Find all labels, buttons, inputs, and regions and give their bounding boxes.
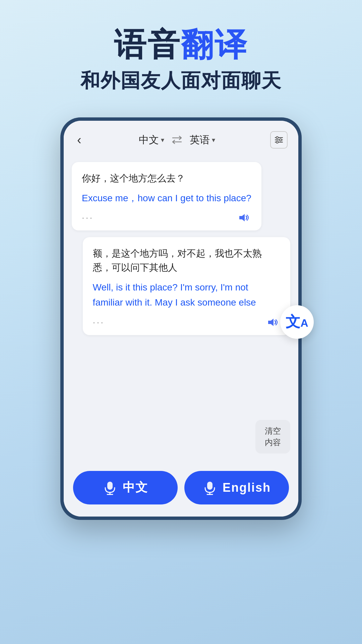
- lang-to-label: 英语: [190, 133, 210, 147]
- svg-rect-8: [107, 482, 113, 490]
- clear-line2: 内容: [265, 437, 281, 448]
- svg-point-5: [276, 141, 278, 143]
- msg-original-1: 你好，这个地方怎么去？: [82, 171, 251, 185]
- lang-from-button[interactable]: 中文 ▾: [139, 133, 164, 147]
- page-wrapper: 语音翻译 和外国友人面对面聊天 文A ‹ 中文 ▾: [0, 0, 362, 644]
- clear-line1: 清空: [265, 425, 281, 437]
- svg-rect-11: [207, 482, 213, 490]
- msg-translated-2: Well, is it this place? I'm sorry, I'm n…: [93, 280, 280, 310]
- mic-bar: 中文 English: [64, 464, 298, 517]
- headline-subtitle: 和外国友人面对面聊天: [80, 68, 282, 94]
- svg-marker-7: [268, 319, 274, 326]
- swap-icon[interactable]: [170, 132, 184, 147]
- headline-main: 语音翻译: [80, 27, 282, 62]
- clear-button[interactable]: 清空 内容: [255, 420, 290, 453]
- mic-english-button[interactable]: English: [184, 471, 289, 504]
- bubble-footer-1: ···: [82, 212, 251, 224]
- settings-button[interactable]: [270, 131, 288, 149]
- phone-mockup: 文A ‹ 中文 ▾: [60, 117, 302, 520]
- lang-from-arrow: ▾: [161, 136, 164, 144]
- svg-marker-6: [239, 214, 245, 221]
- svg-point-4: [280, 139, 282, 141]
- back-button[interactable]: ‹: [74, 130, 84, 150]
- headline-part2: 翻译: [181, 26, 248, 62]
- msg-translated-1: Excuse me，how can I get to this place?: [82, 191, 251, 206]
- message-bubble-2: 额，是这个地方吗，对不起，我也不太熟悉，可以问下其他人 Well, is it …: [83, 237, 290, 335]
- msg-original-2: 额，是这个地方吗，对不起，我也不太熟悉，可以问下其他人: [93, 247, 280, 275]
- phone-screen: ‹ 中文 ▾ 英语 ▾: [64, 121, 298, 517]
- mic-chinese-label: 中文: [123, 479, 148, 496]
- float-icon-text: 文A: [286, 312, 308, 332]
- lang-to-arrow: ▾: [212, 136, 215, 144]
- headline: 语音翻译 和外国友人面对面聊天: [80, 27, 282, 94]
- dots-1: ···: [82, 212, 94, 223]
- lang-to-button[interactable]: 英语 ▾: [190, 133, 215, 147]
- headline-part1: 语音: [114, 26, 181, 62]
- dots-2: ···: [93, 317, 105, 328]
- bubble-footer-2: ···: [93, 316, 280, 328]
- speaker-icon-2[interactable]: [267, 316, 280, 328]
- message-bubble-1: 你好，这个地方怎么去？ Excuse me，how can I get to t…: [72, 162, 261, 231]
- svg-point-3: [276, 137, 278, 139]
- chat-area: 你好，这个地方怎么去？ Excuse me，how can I get to t…: [64, 157, 298, 415]
- mic-chinese-button[interactable]: 中文: [73, 471, 178, 504]
- bottom-actions: 清空 内容: [64, 415, 298, 464]
- lang-from-label: 中文: [139, 133, 159, 147]
- nav-lang-group: 中文 ▾ 英语 ▾: [88, 132, 266, 147]
- floating-translate-icon: 文A: [280, 305, 314, 339]
- speaker-icon-1[interactable]: [238, 212, 251, 224]
- nav-bar: ‹ 中文 ▾ 英语 ▾: [64, 121, 298, 157]
- mic-english-label: English: [223, 481, 271, 495]
